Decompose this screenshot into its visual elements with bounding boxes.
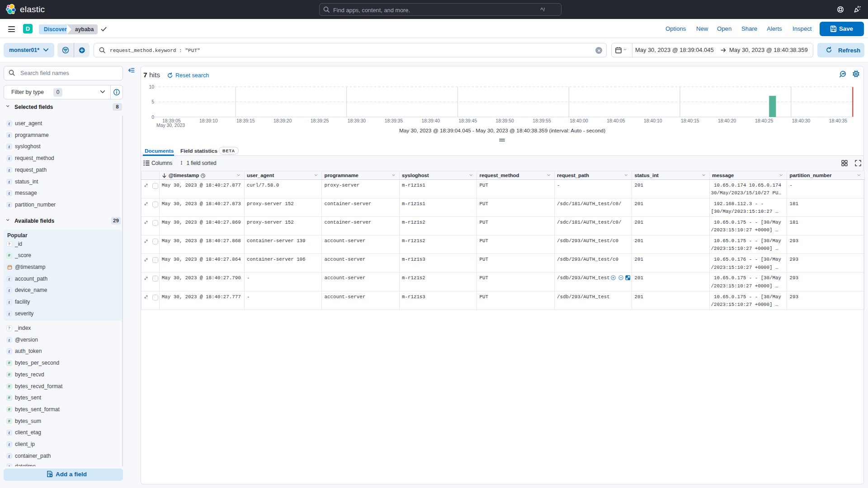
svg-text:18:39:15: 18:39:15 — [236, 118, 255, 123]
svg-text:18:40:25: 18:40:25 — [755, 118, 774, 123]
svg-text:18:40:35: 18:40:35 — [829, 118, 848, 123]
svg-text:18:40:20: 18:40:20 — [718, 118, 736, 123]
svg-text:18:39:50: 18:39:50 — [495, 118, 514, 123]
svg-text:18:39:45: 18:39:45 — [459, 118, 477, 123]
svg-text:5: 5 — [151, 99, 154, 104]
svg-text:18:39:35: 18:39:35 — [385, 118, 403, 123]
svg-text:18:39:25: 18:39:25 — [311, 118, 329, 123]
svg-text:18:39:30: 18:39:30 — [348, 118, 366, 123]
svg-text:18:40:10: 18:40:10 — [644, 118, 662, 123]
svg-text:18:39:40: 18:39:40 — [422, 118, 440, 123]
svg-text:18:40:05: 18:40:05 — [607, 118, 625, 123]
svg-text:18:39:10: 18:39:10 — [199, 118, 218, 123]
svg-text:0: 0 — [151, 115, 154, 120]
svg-text:10: 10 — [149, 84, 154, 89]
svg-text:18:40:30: 18:40:30 — [792, 118, 811, 123]
svg-text:18:39:05: 18:39:05 — [162, 118, 181, 123]
svg-text:18:39:55: 18:39:55 — [533, 118, 551, 123]
svg-text:18:40:00: 18:40:00 — [570, 118, 588, 123]
svg-text:18:40:15: 18:40:15 — [681, 118, 699, 123]
svg-text:18:39:20: 18:39:20 — [274, 118, 292, 123]
